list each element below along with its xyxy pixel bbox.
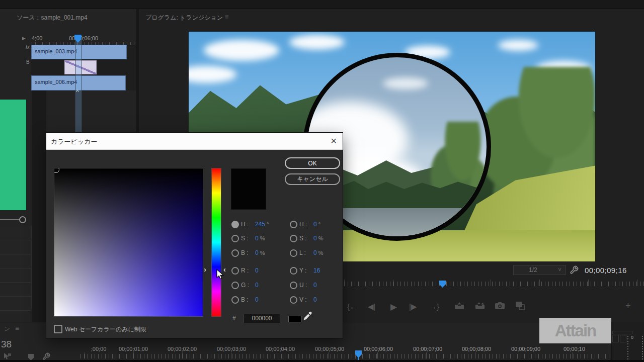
radio-hsl-l[interactable] — [290, 249, 297, 257]
dialog-title: カラーピッカー — [51, 137, 98, 146]
saturation-brightness-field[interactable] — [54, 168, 203, 317]
slider-track[interactable] — [0, 219, 20, 220]
source-playhead-line[interactable] — [75, 35, 82, 133]
field-value[interactable]: 0 — [313, 296, 317, 303]
hue-slider-strip[interactable] — [211, 168, 221, 317]
radio-hsb-b[interactable] — [231, 249, 239, 257]
web-safe-checkbox[interactable] — [54, 325, 62, 333]
settings-wrench-icon[interactable] — [570, 265, 579, 275]
color-field-selector[interactable] — [54, 168, 59, 173]
radio-rgb-g[interactable] — [231, 282, 239, 289]
program-timecode[interactable]: 00;00;09;16 — [585, 266, 627, 275]
field-suffix: % — [318, 235, 324, 241]
field-value[interactable]: 0 — [255, 296, 259, 303]
cancel-button[interactable]: キャンセル — [285, 173, 340, 185]
field-value[interactable]: 0 — [255, 249, 259, 256]
audio-meter-green-bar — [0, 100, 26, 210]
zoom-level-select[interactable]: 1/2 ˅ — [513, 265, 566, 275]
meter-scale-dotted — [627, 336, 628, 360]
timeline-wrench-icon[interactable] — [42, 352, 50, 360]
close-icon[interactable]: ✕ — [331, 136, 337, 146]
field-value[interactable]: 0 — [255, 267, 259, 274]
ok-button[interactable]: OK — [285, 157, 340, 169]
goto-out-button[interactable]: →} — [429, 302, 439, 311]
field-label: R : — [241, 267, 255, 274]
radio-rgb-r[interactable] — [231, 267, 239, 275]
ruler-label: 00;00;07;00 — [413, 346, 442, 352]
field-label: L : — [299, 249, 313, 256]
slider-knob[interactable] — [19, 216, 26, 223]
radio-yuv-y[interactable] — [290, 267, 297, 275]
field-label: V : — [299, 296, 313, 303]
track-select-tool-icon[interactable] — [3, 352, 12, 360]
field-value[interactable]: 0 — [313, 249, 317, 256]
track-row[interactable] — [0, 254, 31, 268]
program-panel-title: プログラム: トランジション — [145, 14, 223, 22]
ruler-label: 00;00;01;00 — [119, 346, 148, 352]
color-picker-dialog: カラーピッカー ✕ › ‹ OK キャンセル H :245° S :0% B :… — [46, 133, 343, 338]
field-suffix: % — [260, 250, 265, 256]
field-suffix: ° — [318, 221, 320, 227]
radio-hsb-h[interactable] — [231, 221, 239, 228]
radio-hsb-s[interactable] — [231, 235, 239, 242]
top-menu-bar — [0, 0, 644, 9]
field-value[interactable]: 0 — [255, 282, 259, 289]
meter-channel-right — [620, 335, 626, 342]
track-row[interactable] — [0, 268, 31, 283]
field-label: H : — [299, 221, 313, 228]
ruler-label: 00;00;04;00 — [266, 346, 295, 352]
dialog-title-bar[interactable]: カラーピッカー ✕ — [46, 133, 343, 150]
panel-gap — [32, 90, 46, 322]
goto-in-button[interactable]: {← — [347, 302, 357, 311]
cloud — [498, 40, 538, 51]
snap-icon[interactable]: ン — [4, 325, 10, 333]
field-yuv-u: U :0 — [290, 281, 318, 289]
field-label: B : — [241, 296, 255, 303]
field-yuv-y: Y :16 — [290, 266, 321, 275]
field-hsl-h: H :0° — [290, 220, 320, 228]
lift-icon[interactable] — [454, 302, 464, 310]
play-button[interactable]: ▶ — [390, 302, 397, 312]
radio-hsl-h[interactable] — [290, 221, 297, 228]
hex-color-swatch — [288, 316, 301, 322]
track-row[interactable] — [0, 297, 31, 311]
track-row[interactable] — [0, 283, 31, 297]
hue-slider-arrow-left[interactable]: › — [204, 265, 206, 274]
export-frame-camera-icon[interactable] — [495, 302, 505, 309]
source-play-toggle-icon[interactable]: ▶ — [22, 36, 26, 41]
program-mini-ruler-major — [344, 280, 644, 286]
eyedropper-icon[interactable] — [302, 311, 313, 322]
track-row[interactable] — [0, 240, 31, 254]
step-back-button[interactable]: ◀| — [368, 302, 375, 311]
field-value[interactable]: 0 — [313, 221, 317, 228]
cloud — [383, 77, 428, 89]
comparison-view-icon[interactable] — [515, 301, 525, 310]
field-label: Y : — [299, 267, 313, 274]
field-hsl-s: S :0% — [290, 234, 323, 242]
source-ruler-label-right: 00;00;06;00 — [69, 35, 98, 41]
attain-watermark: Attain — [539, 318, 611, 343]
field-value[interactable]: 245 — [255, 221, 265, 228]
radio-yuv-u[interactable] — [290, 282, 297, 289]
radio-hsl-s[interactable] — [290, 235, 297, 242]
field-suffix: ° — [267, 221, 269, 227]
track-header-rows — [0, 226, 32, 309]
web-safe-checkbox-label: Web セーフカラーのみに制限 — [65, 325, 146, 334]
radio-rgb-b[interactable] — [231, 296, 239, 304]
field-value[interactable]: 0 — [313, 282, 317, 289]
attain-watermark-text: Attain — [555, 321, 596, 340]
meter-scale-dotted-2 — [642, 336, 643, 360]
field-value[interactable]: 0 — [255, 235, 259, 242]
button-editor-plus[interactable]: + — [625, 301, 631, 311]
field-value[interactable]: 0 — [313, 235, 317, 242]
source-ruler-label-left: 4;00 — [32, 35, 42, 41]
extract-icon[interactable] — [475, 302, 485, 310]
timeline-menu-icon[interactable]: ≡ — [15, 324, 19, 332]
radio-yuv-v[interactable] — [290, 296, 297, 304]
hex-input[interactable]: 000000 — [244, 314, 280, 323]
ruler-label: 00;00;06;00 — [364, 346, 393, 352]
field-value[interactable]: 16 — [313, 267, 320, 274]
step-forward-button[interactable]: |▶ — [409, 302, 417, 311]
program-panel-menu-icon[interactable]: ≡ — [225, 13, 229, 21]
track-row[interactable] — [0, 226, 31, 240]
